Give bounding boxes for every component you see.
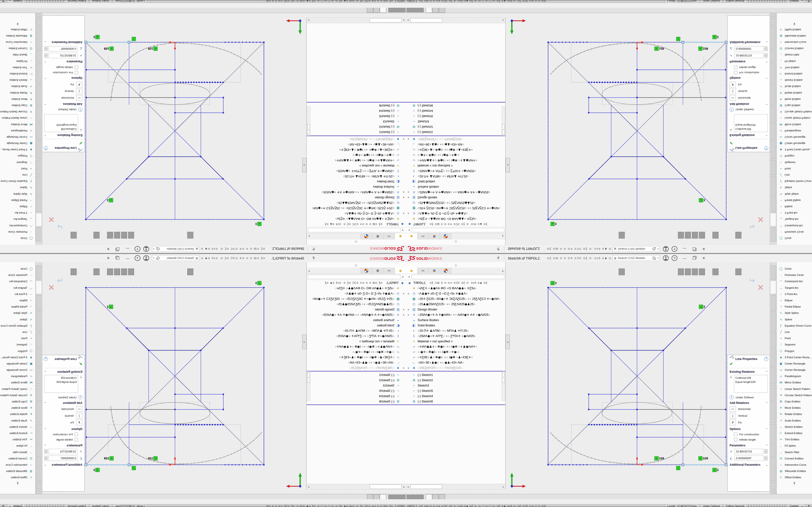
- section-additional-parameters[interactable]: Additional Parameters⌄: [728, 462, 770, 467]
- toolbar-icon[interactable]: [678, 232, 684, 238]
- toolbar-icon[interactable]: [207, 232, 209, 238]
- sketch-tool-item[interactable]: ◌Perimeter Circle: [0, 272, 35, 278]
- exit-sketch-icon[interactable]: ↵: [749, 276, 755, 285]
- sketch-tool-item[interactable]: ◡Tangent Arc: [777, 285, 812, 291]
- expand-arrow-icon[interactable]: ▸: [408, 367, 411, 369]
- cancel-sketch-icon[interactable]: ✕: [48, 215, 55, 224]
- relation-button-icon[interactable]: ✗: [729, 419, 736, 426]
- toolbar-icon[interactable]: [658, 232, 664, 238]
- quick-access-toolbar[interactable]: ⊙Ƹ ⊙Ш ⊙ ⊙ ⊙✛ ⊙ƆC ⊙Ƹ ⊙∙ ⊙ƨ5 ⊙♟ ⊙Ƹ: [200, 247, 265, 250]
- search-box[interactable]: ▣ Search CAD Models ▾: [152, 255, 199, 261]
- user-icon[interactable]: [143, 255, 149, 261]
- relation-item[interactable]: Collinear108: [735, 376, 766, 380]
- section-parameters[interactable]: Parameters⌃: [728, 442, 770, 448]
- filter-input[interactable]: [308, 228, 400, 232]
- toolbar-icon[interactable]: [168, 269, 173, 275]
- commandmanager-tab[interactable]: [770, 424, 776, 444]
- relation-badge[interactable]: ╱: [676, 37, 680, 41]
- sketch-tool-item[interactable]: ▣Center Rectangle: [777, 140, 812, 147]
- sketch-tool-item[interactable]: ◈3 Point Center Recta...: [0, 354, 35, 360]
- tree-hscrollbar[interactable]: ◂▸: [406, 484, 505, 489]
- section-add-relations[interactable]: Add Relations⌃: [728, 400, 770, 406]
- search-box[interactable]: ▣ Search CAD Models ▾: [613, 255, 660, 261]
- tree-item-sketch[interactable]: ⌐(-) Sketch4: [307, 393, 406, 399]
- commandmanager-tab[interactable]: [770, 482, 776, 489]
- sketch-tool-item[interactable]: ◈3 Point Center Recta...: [777, 147, 812, 153]
- sketch-tool-item[interactable]: ⊞Copy Entities: [777, 398, 812, 405]
- add-relation-button[interactable]: ❘Vertical: [42, 88, 84, 95]
- collapse-icon[interactable]: ⌄: [766, 463, 768, 466]
- sketch-tool-item[interactable]: ⊂Offset Entities: [0, 26, 35, 33]
- search-box[interactable]: ▣ Search CAD Models ▾: [152, 246, 199, 252]
- collapse-icon[interactable]: ⌄: [766, 41, 768, 44]
- toolbar-icon[interactable]: [515, 232, 517, 238]
- toolbar-icon[interactable]: [223, 232, 229, 238]
- tree-item[interactable]: ▸◒Surface Bodies: [406, 317, 505, 323]
- sketch-tool-item[interactable]: ↔Stretch Entities: [0, 77, 35, 83]
- quick-access-toolbar[interactable]: ⊙Ƹ ⊙Ш ⊙ ⊙ ⊙✛ ⊙ƆC ⊙Ƹ ⊙∙ ⊙ƨ5 ⊙♟ ⊙Ƹ: [547, 247, 612, 250]
- parameter-input[interactable]: 0.00000000°: [49, 46, 78, 51]
- toolbar-icon[interactable]: [230, 232, 236, 238]
- toolbar-icon[interactable]: [210, 269, 216, 275]
- toolbar-icon[interactable]: [735, 269, 742, 275]
- tree-item-sketch[interactable]: ⊞(-) Sketch6: [307, 399, 406, 404]
- toolbar-icon[interactable]: [518, 232, 523, 238]
- close-button[interactable]: ✕: [106, 256, 111, 260]
- restore-button[interactable]: [692, 247, 697, 251]
- toolbar-icon[interactable]: [712, 269, 718, 275]
- expand-arrow-icon[interactable]: ▸: [401, 314, 404, 316]
- sketch-tool-item[interactable]: ◠Centerpoint Arc: [0, 278, 35, 284]
- commandmanager-tab[interactable]: [36, 213, 42, 226]
- sketch-tool-item[interactable]: ⋈Mirror Entities: [0, 379, 35, 386]
- relations-listbox[interactable]: Collinear108 Equal length109: [734, 375, 768, 393]
- toolbar-icon[interactable]: [726, 269, 731, 275]
- toolbar-icon[interactable]: [749, 232, 755, 238]
- toolbar-icon[interactable]: [81, 232, 86, 238]
- toolbar-icon[interactable]: [298, 232, 304, 238]
- relation-button-icon[interactable]: —: [76, 406, 83, 412]
- rollback-bar-2[interactable]: [406, 102, 505, 103]
- relation-badge[interactable]: ⊿3: [107, 305, 113, 309]
- sketch-tool-item[interactable]: ↻Rotate Entities: [777, 411, 812, 417]
- document-tab[interactable]: [439, 494, 445, 500]
- funnel-right[interactable]: [126, 328, 149, 350]
- toolbar-icon[interactable]: [557, 269, 563, 275]
- toolbar-icon[interactable]: [121, 269, 127, 275]
- cancel-sketch-icon[interactable]: ✕: [757, 283, 764, 292]
- document-tab[interactable]: [380, 7, 386, 13]
- toolbar-icon[interactable]: [544, 232, 550, 238]
- toolbar-icon[interactable]: [201, 269, 206, 275]
- toolbar-icon[interactable]: [289, 269, 294, 275]
- commandmanager-tab[interactable]: [36, 197, 42, 212]
- exit-sketch-icon[interactable]: ↵: [57, 222, 63, 231]
- toolbar-icon[interactable]: [249, 232, 255, 238]
- relation-button-icon[interactable]: ❘: [729, 413, 736, 418]
- collapse-icon[interactable]: ⌃: [44, 134, 46, 137]
- relation-badge[interactable]: ⊿3: [551, 281, 557, 285]
- toolbar-icon[interactable]: [223, 269, 229, 275]
- tree-item[interactable]: ▸▦○25✛ ƸƐ25○ ИΛ◉∘✛ ƆƐƸΛƸƐ25○ ∘○ 25ƸΛƸƐƆ …: [406, 296, 505, 301]
- collapse-icon[interactable]: ⌃: [766, 371, 768, 373]
- ok-check-icon[interactable]: ✔: [728, 361, 770, 368]
- status-unit-select[interactable]: Custom▴: [7, 0, 25, 3]
- sketch-tool-item[interactable]: ↗Scale Entities: [0, 83, 35, 90]
- panel-splitter-dot[interactable]: [406, 239, 505, 245]
- search-dropdown-icon[interactable]: ▾: [657, 257, 659, 259]
- relation-item[interactable]: Equal length109: [46, 123, 77, 127]
- toolbar-icon[interactable]: [295, 232, 297, 238]
- pin-icon[interactable]: [497, 257, 500, 260]
- sketch-tool-item[interactable]: ◈3 Point Center Recta...: [0, 147, 35, 153]
- collapse-icon[interactable]: ⌄: [44, 463, 46, 466]
- toolbar-icon[interactable]: [612, 232, 618, 238]
- tab-nav-button[interactable]: [393, 495, 397, 500]
- relation-badge[interactable]: ⊿3: [712, 468, 718, 472]
- sketch-tool-item[interactable]: ◔Partial Ellipse: [0, 197, 35, 204]
- section-existing-relations[interactable]: Existing Relations⌃: [728, 369, 770, 375]
- tree-item[interactable]: ▸■○25ƐƸИΛVΠ∙○ ∘○ ∙ΠVΛИƸƐ25○: [406, 137, 505, 142]
- sketch-tool-item[interactable]: ◍Silhouette Entities: [777, 468, 812, 474]
- tree-root-item[interactable]: ◆ TЯPDL2. ⊙Ƹ ⊙Ш ⊙ ⊙ ⊙✛ ⊙ƆC ⊙Ƹ ⊙∙ ⊙ƨ5 ⊙♟ …: [406, 222, 505, 227]
- tree-item[interactable]: ▸▱○✛ИΛ◉♟∔○ ✻◉I○ ∘○ I◉✻ ○∔♟◉ΛИ✛○: [406, 158, 505, 163]
- parameter-input[interactable]: 0.00000000°: [49, 456, 78, 461]
- tree-item-sketch[interactable]: ⌐Sketch3: [307, 383, 406, 388]
- toolbar-icon[interactable]: [639, 232, 644, 238]
